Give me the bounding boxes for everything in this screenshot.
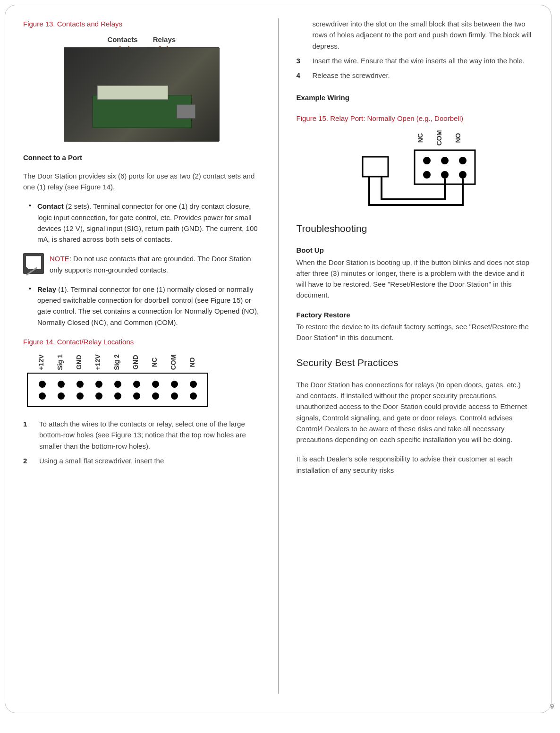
factory-restore-lead: Factory Restore [297,309,534,320]
figure-15-diagram: NC COM NO [348,128,481,209]
pin-label: GND [68,353,89,372]
svg-point-9 [441,171,449,179]
pin-label: COM [163,353,184,372]
figure-13-labels: Contacts Relays [23,34,260,45]
figure-13-photo [64,47,220,142]
wiring-steps-left: To attach the wires to the contacts or r… [23,418,260,466]
page-number: 9 [550,701,554,712]
page: Figure 13. Contacts and Relays Contacts … [5,5,552,713]
bullet-contact: Contact (2 sets). Terminal connector for… [27,201,260,245]
bootup-body: When the Door Station is booting up, if … [297,257,534,301]
port-bullet-list: Contact (2 sets). Terminal connector for… [27,201,260,245]
step-1: To attach the wires to the contacts or r… [23,418,260,452]
bootup-lead: Boot Up [297,245,534,256]
connect-intro: The Door Station provides six (6) ports … [23,170,260,193]
step-4: Release the screwdriver. [297,70,534,81]
pin-label: NC [144,353,165,372]
fig14-top-row [33,379,203,389]
pin-label: Sig 1 [50,353,70,372]
step-3: Insert the wire. Ensure that the wire in… [297,55,534,66]
svg-point-7 [459,157,467,164]
pin-label: GND [125,353,146,372]
bullet-relay-lead: Relay [37,285,56,293]
svg-point-8 [423,171,431,179]
fig14-terminal-block [27,373,208,407]
fig14-pin-labels: +12V Sig 1 GND +12V Sig 2 GND NC COM NO [32,352,212,373]
fig14-bottom-row [33,391,203,401]
factory-restore-body: To restore the device to its default fac… [297,321,534,343]
pin-label: Sig 2 [106,353,127,372]
fig13-label-relays: Relays [153,35,176,43]
fig15-wiring-svg [348,147,481,209]
pin-label: NO [449,128,467,147]
example-wiring-heading: Example Wiring [297,92,534,103]
step-2-continued: screwdriver into the slot on the small b… [297,18,534,51]
pin-label: COM [430,128,449,147]
port-bullet-list-2: Relay (1). Terminal connector for one (1… [27,284,260,328]
figure-15-caption: Figure 15. Relay Port: Normally Open (e.… [297,113,534,124]
pin-label: +12V [31,353,51,372]
note-icon [23,253,44,274]
fig15-pin-labels: NC COM NO [348,128,481,147]
note-text: NOTE: Do not use contacts that are groun… [50,253,260,275]
figure-13-caption: Figure 13. Contacts and Relays [23,18,260,29]
figure-14-diagram: +12V Sig 1 GND +12V Sig 2 GND NC COM NO [23,352,212,407]
bullet-relay-body: (1). Terminal connector for one (1) norm… [37,285,259,326]
step-2-partial: Using a small flat screwdriver, insert t… [23,455,260,466]
figure-14-caption: Figure 14. Contact/Relay Locations [23,336,260,347]
svg-rect-11 [363,157,388,177]
pin-label: NC [411,128,430,147]
svg-point-10 [459,171,467,179]
bullet-contact-lead: Contact [37,202,64,210]
right-column: screwdriver into the slot on the small b… [279,18,552,694]
security-heading: Security Best Practices [297,355,534,371]
security-paragraph-1: The Door Station has connections for rel… [297,379,534,445]
security-paragraph-2: It is each Dealer's sole responsibility … [297,453,534,476]
bullet-relay: Relay (1). Terminal connector for one (1… [27,284,260,328]
svg-point-6 [441,157,449,164]
pin-label: +12V [87,353,108,372]
bullet-contact-body: (2 sets). Terminal connector for one (1)… [37,202,258,243]
left-column: Figure 13. Contacts and Relays Contacts … [5,18,279,694]
note-block: NOTE: Do not use contacts that are groun… [23,253,260,275]
pin-label: NO [182,353,203,372]
svg-point-5 [423,157,431,164]
note-lead: NOTE [50,255,69,263]
fig13-label-contacts: Contacts [107,35,137,43]
wiring-steps-right: Insert the wire. Ensure that the wire in… [297,55,534,81]
troubleshooting-heading: Troubleshooting [297,221,534,237]
figure-13-wrapper [64,47,220,142]
connect-to-port-heading: Connect to a Port [23,152,260,163]
note-body: : Do not use contacts that are grounded.… [50,255,251,273]
